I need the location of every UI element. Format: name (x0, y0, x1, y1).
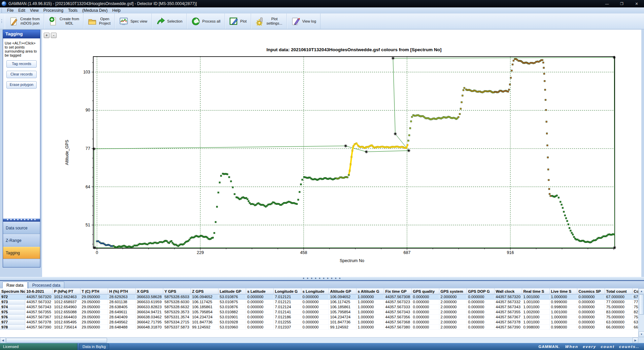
column-header[interactable]: P (hPa) PT (53, 288, 80, 294)
column-header[interactable]: Live time S (549, 288, 577, 294)
tab-raw-data[interactable]: Raw data (2, 282, 28, 288)
horizontal-scroll-thumb[interactable] (6, 338, 107, 343)
column-header[interactable]: s Longitude (301, 288, 329, 294)
data-point (111, 245, 113, 247)
column-header[interactable]: Cosmics SP (577, 288, 605, 294)
toolbar-plot-settings-button[interactable]: Plot settings... (251, 13, 287, 29)
scroll-left-icon[interactable]: ◀ (0, 338, 6, 343)
erase-polygon-button[interactable]: Erase polygon (6, 81, 37, 89)
row-header[interactable]: 977 (0, 320, 25, 325)
table-cell: 0.000000 (411, 325, 439, 330)
table-cell: 105.795854 (329, 310, 356, 315)
table-vertical-scrollbar[interactable]: ▲ ▼ (638, 288, 644, 337)
menu-medusa-dev[interactable]: (Medusa Dev) (80, 8, 110, 13)
table-row[interactable]: 97544357.5673551012.65508829.05000028.64… (0, 310, 644, 315)
menu-help[interactable]: Help (110, 8, 123, 13)
table-cell: 1.002000 (522, 310, 549, 315)
column-header[interactable]: Real time S (522, 288, 549, 294)
scroll-right-icon[interactable]: ▶ (633, 338, 638, 343)
raw-data-table[interactable]: Spectrum No10-6-2021P (hPa) PTT (C) PTHH… (0, 288, 644, 330)
sidebar-item-tagging[interactable]: Tagging (3, 247, 40, 259)
table-cell: 2.000000 (439, 305, 467, 310)
row-header[interactable]: 976 (0, 315, 25, 320)
data-point (135, 245, 136, 246)
data-point (155, 242, 156, 243)
data-point (219, 182, 221, 183)
column-header[interactable]: Total count (605, 288, 632, 294)
tag-records-button[interactable]: Tag records (6, 60, 37, 68)
table-row[interactable]: 97244357.5673201012.66246329.05000028.62… (0, 294, 644, 299)
data-point (216, 206, 217, 208)
toolbar-open-project-button[interactable]: Open Project (83, 13, 115, 29)
column-header[interactable]: s Altitude G (356, 288, 384, 294)
table-row[interactable]: 97644357.5673671012.66440329.05000028.64… (0, 315, 644, 320)
table-row[interactable]: 97744357.5673781012.69549529.05000028.64… (0, 320, 644, 325)
column-header[interactable]: Wall clock (494, 288, 522, 294)
column-header[interactable]: X GPS (135, 288, 163, 294)
table-horizontal-scrollbar[interactable]: ◀ ▶ (0, 337, 638, 343)
toolbar-selection-button[interactable]: Selection (152, 13, 187, 29)
row-header[interactable]: 974 (0, 305, 25, 310)
close-button[interactable]: ✕ (629, 0, 644, 7)
toolbar-create-from-mdl-button[interactable]: Create from MDL (44, 13, 83, 29)
column-header[interactable]: T (C) PTH (80, 288, 108, 294)
row-header[interactable]: 975 (0, 310, 25, 315)
table-cell: 0.000000 (301, 305, 329, 310)
column-header[interactable]: 10-6-2021 (25, 288, 53, 294)
table-cell: 366633.61959 (135, 299, 163, 305)
zoom-in-button[interactable]: + (44, 33, 49, 38)
menu-processing[interactable]: Processing (41, 8, 66, 13)
column-header[interactable]: GPS quality (411, 288, 439, 294)
table-row[interactable]: 97844357.5673901012.73561429.05000028.64… (0, 325, 644, 330)
column-header[interactable]: Fix time GP (384, 288, 411, 294)
column-header[interactable]: Spectrum No (0, 288, 25, 294)
toolbar-create-from-mdos-json-button[interactable]: Create from mDOS json (5, 13, 44, 29)
column-header[interactable]: Z GPS (191, 288, 218, 294)
column-header[interactable]: Y GPS (163, 288, 191, 294)
menu-tools[interactable]: Tools (66, 8, 80, 13)
row-header[interactable]: 972 (0, 294, 25, 299)
table-row[interactable]: 97344357.5673321012.65893729.05000028.60… (0, 299, 644, 305)
minimize-button[interactable]: — (600, 0, 614, 7)
toolbar-grip (1, 9, 3, 12)
column-header[interactable]: Altitude GP (329, 288, 356, 294)
menu-view[interactable]: View (28, 8, 41, 13)
sidebar-item-data-source[interactable]: Data source (3, 222, 40, 234)
column-header[interactable]: Latitude GP (218, 288, 246, 294)
sidebar-item-z-range[interactable]: Z-Range (3, 234, 40, 247)
vertical-scroll-thumb[interactable] (639, 294, 644, 315)
tab-processed-data[interactable]: Processed data (28, 282, 64, 288)
clear-records-button[interactable]: Clear records (6, 71, 37, 78)
scroll-up-icon[interactable]: ▲ (639, 288, 644, 294)
data-point (518, 60, 519, 61)
column-header[interactable]: s Latitude (246, 288, 273, 294)
maximize-button[interactable]: ❐ (614, 0, 629, 7)
table-cell: 5875329.3573 (163, 310, 191, 315)
data-point (136, 245, 138, 246)
sidebar-splitter[interactable]: ■ ■ ■ ■ ■ ■ ■ ■ ■ (3, 219, 40, 222)
toolbar-spec-view-button[interactable]: Spec view (115, 13, 151, 29)
zoom-out-button[interactable]: - (51, 33, 57, 38)
data-point (397, 146, 398, 147)
menu-file[interactable]: File (5, 8, 16, 13)
altitude-chart[interactable]: 022945868791651647790103Input data: 2021… (42, 30, 641, 277)
column-header[interactable]: GPS system (439, 288, 467, 294)
toolbar-process-all-button[interactable]: Process all (187, 13, 225, 29)
table-cell: 83.000000 (605, 310, 632, 315)
chart-table-splitter[interactable]: ● ● ● ● ● ● ● ● ● ● (0, 277, 644, 280)
toolbar-plot-button[interactable]: Plot (225, 13, 251, 29)
table-cell: 106.094652 (191, 294, 218, 299)
data-point (234, 193, 235, 195)
data-point (409, 134, 410, 136)
table-row[interactable]: 97444357.5673431012.65496029.05000028.63… (0, 305, 644, 310)
table-cell: 28.601138 (108, 299, 135, 305)
toolbar-view-log-button[interactable]: View log (287, 13, 320, 29)
row-header[interactable]: 973 (0, 299, 25, 305)
menu-edit[interactable]: Edit (16, 8, 28, 13)
column-header[interactable]: GPS DOP G (467, 288, 494, 294)
column-header[interactable]: H (%) PTH (108, 288, 135, 294)
table-cell: 366633.58628 (135, 294, 163, 299)
scroll-down-icon[interactable]: ▼ (639, 331, 644, 337)
row-header[interactable]: 978 (0, 325, 25, 330)
column-header[interactable]: Longitude G (273, 288, 301, 294)
